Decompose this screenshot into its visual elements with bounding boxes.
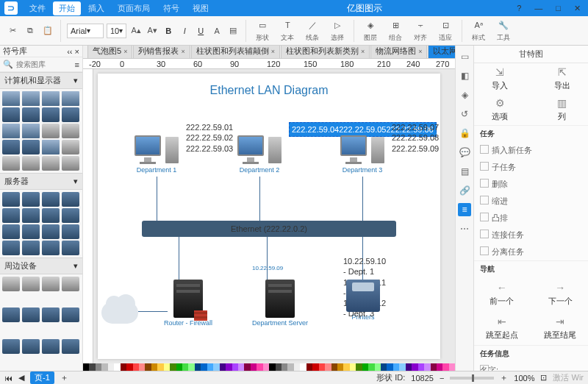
fit-icon[interactable]: ⊡ <box>438 18 453 32</box>
help-button[interactable]: ? <box>514 4 524 13</box>
shape-item[interactable] <box>62 339 79 354</box>
indent-button[interactable]: 缩进 <box>474 193 588 210</box>
shape-item[interactable] <box>22 107 40 122</box>
canvas[interactable]: Ethernet LAN Diagram 222.22.59.01222.22.… <box>98 74 440 359</box>
category-computers[interactable]: 计算机和显示器▾ <box>0 72 82 89</box>
shape-item[interactable] <box>2 307 20 322</box>
shape-item[interactable] <box>2 208 20 223</box>
shape-item[interactable] <box>2 277 20 291</box>
shape-item[interactable] <box>22 192 40 207</box>
minimize-button[interactable]: — <box>531 4 545 13</box>
ts-gantt-icon[interactable]: ≡ <box>458 203 471 216</box>
menu-home[interactable]: 开始 <box>53 1 81 15</box>
page-prev-icon[interactable]: ◀ <box>18 373 24 383</box>
shape-item[interactable] <box>2 339 20 354</box>
shape-item[interactable] <box>62 277 79 291</box>
zoom-out-icon[interactable]: − <box>440 374 444 383</box>
group-icon[interactable]: ⊞ <box>388 18 403 32</box>
node-dept2[interactable]: 222.22.59.04222.22.59.05222.22.59.06 Dep… <box>237 132 282 174</box>
zoom-slider[interactable] <box>450 377 494 380</box>
shape-item[interactable] <box>22 224 40 239</box>
ethernet-bus[interactable]: Ethernet (222.22.0.2) <box>142 221 396 237</box>
style-icon[interactable]: Aᵃ <box>471 18 486 32</box>
shape-item[interactable] <box>2 124 20 138</box>
shape-item[interactable] <box>2 241 20 255</box>
tab-3[interactable]: 柱状图和列表辅颠倒× <box>191 46 280 58</box>
shape-item[interactable] <box>42 241 60 255</box>
shape-item[interactable] <box>42 91 60 106</box>
ts-history-icon[interactable]: ↺ <box>458 107 471 121</box>
menu-insert[interactable]: 插入 <box>82 1 110 15</box>
subtask-button[interactable]: 子任务 <box>474 159 588 176</box>
shape-item[interactable] <box>62 192 79 207</box>
shape-item[interactable] <box>22 91 40 106</box>
node-cloud[interactable] <box>101 302 138 324</box>
menu-view[interactable]: 视图 <box>187 1 215 15</box>
ts-more-icon[interactable]: ⋯ <box>458 222 471 235</box>
shape-item[interactable] <box>42 339 60 354</box>
shape-item[interactable] <box>42 224 60 239</box>
ts-link-icon[interactable]: 🔗 <box>458 184 471 197</box>
shape-item[interactable] <box>22 339 40 354</box>
shape-item[interactable] <box>62 156 79 171</box>
columns-icon[interactable]: ▥ <box>557 97 567 109</box>
align-icon[interactable]: ⫟ <box>413 18 428 32</box>
font-size-select[interactable]: 10 ▾ <box>107 24 126 38</box>
search-menu-icon[interactable]: ≡ <box>75 60 79 69</box>
options-icon[interactable]: ⚙ <box>495 97 505 109</box>
menu-file[interactable]: 文件 <box>24 1 51 15</box>
goto-end-icon[interactable]: ⇥ <box>556 316 564 327</box>
menu-symbol[interactable]: 符号 <box>157 1 185 15</box>
link-tasks-button[interactable]: 连接任务 <box>474 227 588 243</box>
tab-1[interactable]: 气泡图5× <box>87 46 132 58</box>
shape-item[interactable] <box>62 124 79 138</box>
node-dept1[interactable]: 222.22.59.01222.22.59.02222.22.59.03 Dep… <box>135 132 179 174</box>
ts-data-icon[interactable]: ▤ <box>458 165 471 178</box>
highlight-icon[interactable]: ▤ <box>226 24 240 38</box>
ts-lock-icon[interactable]: 🔒 <box>458 127 471 140</box>
tab-4[interactable]: 柱状图和列表新类别× <box>281 46 370 58</box>
ts-layers-icon[interactable]: ◈ <box>458 88 471 102</box>
shape-item[interactable] <box>22 156 40 171</box>
shape-item[interactable] <box>62 107 79 122</box>
maximize-button[interactable]: □ <box>553 4 564 13</box>
paste-icon[interactable]: 📋 <box>41 24 54 38</box>
shape-item[interactable] <box>22 307 40 322</box>
bold-icon[interactable]: B <box>162 24 175 38</box>
export-icon[interactable]: ⇱ <box>558 66 567 78</box>
shape-item[interactable] <box>62 140 79 154</box>
italic-icon[interactable]: I <box>178 24 191 38</box>
zoom-in-icon[interactable]: ＋ <box>500 372 508 383</box>
shape-item[interactable] <box>22 140 40 154</box>
shape-item[interactable] <box>42 124 60 138</box>
shape-item[interactable] <box>2 192 20 207</box>
page-indicator[interactable]: 页-1 <box>30 371 54 384</box>
next-icon[interactable]: → <box>555 282 565 294</box>
shape-item[interactable] <box>2 140 20 154</box>
tab-6[interactable]: 以太网局域网图× <box>428 46 455 58</box>
shape-item[interactable] <box>22 277 40 291</box>
category-servers[interactable]: 服务器▾ <box>0 173 82 190</box>
shape-item[interactable] <box>62 241 79 255</box>
node-router[interactable]: Router - Firewall <box>164 280 212 327</box>
font-family-select[interactable]: Arial ▾ <box>67 24 104 38</box>
shape-item[interactable] <box>62 307 79 322</box>
font-color-icon[interactable]: A <box>210 24 223 38</box>
shape-item[interactable] <box>42 140 60 154</box>
shape-item[interactable] <box>2 224 20 239</box>
font-grow-icon[interactable]: A▴ <box>129 24 143 38</box>
ts-comment-icon[interactable]: 💬 <box>458 146 471 159</box>
goto-start-icon[interactable]: ⇤ <box>498 316 506 327</box>
text-tool-icon[interactable]: T <box>280 18 295 32</box>
shape-item[interactable] <box>42 208 60 223</box>
shape-item[interactable] <box>22 124 40 138</box>
shape-item[interactable] <box>42 307 60 322</box>
shape-search-input[interactable] <box>16 60 72 68</box>
color-palette[interactable] <box>83 363 455 371</box>
ts-style-icon[interactable]: ▭ <box>458 50 471 63</box>
outdent-button[interactable]: 凸排 <box>474 210 588 227</box>
node-printers[interactable]: 10.22.59.10 - Dept. 110.22.59.11 - Dept.… <box>346 280 380 321</box>
shape-item[interactable] <box>22 208 40 223</box>
shape-item[interactable] <box>42 192 60 207</box>
unlink-tasks-button[interactable]: 分离任务 <box>474 243 588 260</box>
